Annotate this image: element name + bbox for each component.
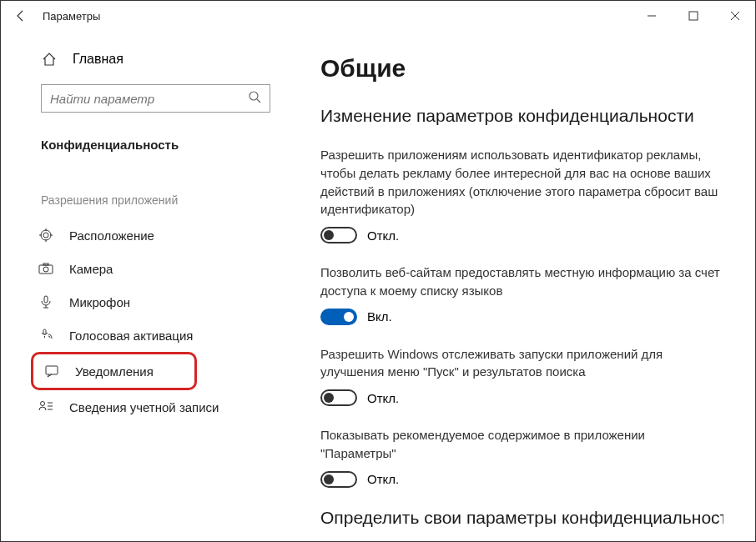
- home-label: Главная: [73, 52, 123, 67]
- svg-rect-1: [689, 12, 698, 20]
- sidebar-item-location[interactable]: Расположение: [38, 218, 289, 252]
- toggle-website-language[interactable]: [320, 309, 357, 325]
- sidebar-item-label: Микрофон: [69, 295, 130, 309]
- titlebar: Параметры: [1, 1, 755, 31]
- svg-rect-14: [43, 263, 48, 265]
- window-title: Параметры: [43, 10, 100, 23]
- sidebar-item-microphone[interactable]: Микрофон: [38, 285, 289, 319]
- setting-website-language: Позволить веб-сайтам предоставлять местн…: [320, 263, 723, 325]
- setting-app-launches: Разрешить Windows отслеживать запуски пр…: [320, 345, 723, 407]
- sidebar-item-label: Расположение: [69, 228, 154, 243]
- svg-point-13: [43, 267, 48, 272]
- sidebar-item-camera[interactable]: Камера: [38, 252, 289, 285]
- setting-desc: Разрешить приложениям использовать идент…: [320, 146, 723, 218]
- sidebar-item-label: Сведения учетной записи: [69, 400, 219, 414]
- toggle-app-launches[interactable]: [320, 389, 357, 406]
- toggle-advertising-id[interactable]: [320, 227, 357, 243]
- svg-point-6: [43, 233, 48, 238]
- sidebar-item-label: Камера: [69, 262, 113, 276]
- sidebar-item-notifications[interactable]: Уведомления: [31, 352, 197, 390]
- content-area: Общие Изменение параметров конфиденциаль…: [289, 31, 755, 541]
- toggle-state-label: Откл.: [367, 472, 399, 486]
- sidebar-item-label: Голосовая активация: [69, 329, 193, 343]
- svg-rect-15: [44, 296, 48, 303]
- svg-point-11: [41, 230, 51, 240]
- search-box[interactable]: [41, 84, 270, 113]
- location-icon: [38, 227, 54, 243]
- camera-icon: [38, 260, 54, 277]
- setting-desc: Разрешить Windows отслеживать запуски пр…: [320, 345, 723, 382]
- account-info-icon: [38, 399, 54, 415]
- setting-suggested-content: Показывать рекомендуемое содержимое в пр…: [320, 426, 723, 488]
- search-input[interactable]: [50, 92, 248, 106]
- minimize-button[interactable]: [640, 4, 663, 28]
- svg-line-5: [257, 99, 260, 103]
- microphone-icon: [38, 294, 54, 310]
- home-link[interactable]: Главная: [41, 46, 289, 73]
- sidebar-item-account-info[interactable]: Сведения учетной записи: [38, 390, 289, 424]
- search-icon: [248, 90, 261, 107]
- setting-desc: Показывать рекомендуемое содержимое в пр…: [320, 426, 723, 463]
- cutoff-heading: Определить свои параметры конфиденциальн…: [320, 508, 723, 528]
- home-icon: [41, 51, 58, 68]
- back-button[interactable]: [9, 4, 33, 28]
- sidebar: Главная Конфиденциальность Разрешения пр…: [1, 31, 289, 541]
- svg-point-4: [249, 92, 258, 100]
- svg-rect-18: [43, 329, 46, 334]
- close-button[interactable]: [723, 4, 747, 28]
- sidebar-section-title: Конфиденциальность: [41, 138, 289, 152]
- setting-desc: Позволить веб-сайтам предоставлять местн…: [320, 263, 723, 300]
- toggle-state-label: Вкл.: [367, 309, 392, 324]
- toggle-state-label: Откл.: [367, 391, 399, 405]
- maximize-button[interactable]: [682, 4, 705, 28]
- svg-point-21: [41, 402, 45, 406]
- page-title: Общие: [320, 54, 723, 83]
- sidebar-subsection-title: Разрешения приложений: [41, 193, 289, 207]
- toggle-state-label: Откл.: [367, 228, 399, 243]
- voice-activation-icon: [38, 327, 54, 344]
- sidebar-item-label: Уведомления: [75, 364, 154, 379]
- section-heading: Изменение параметров конфиденциальности: [320, 106, 723, 126]
- toggle-suggested-content[interactable]: [320, 471, 357, 488]
- svg-rect-20: [46, 366, 58, 374]
- sidebar-item-voice-activation[interactable]: Голосовая активация: [38, 319, 289, 352]
- setting-advertising-id: Разрешить приложениям использовать идент…: [320, 146, 723, 243]
- notifications-icon: [43, 363, 60, 379]
